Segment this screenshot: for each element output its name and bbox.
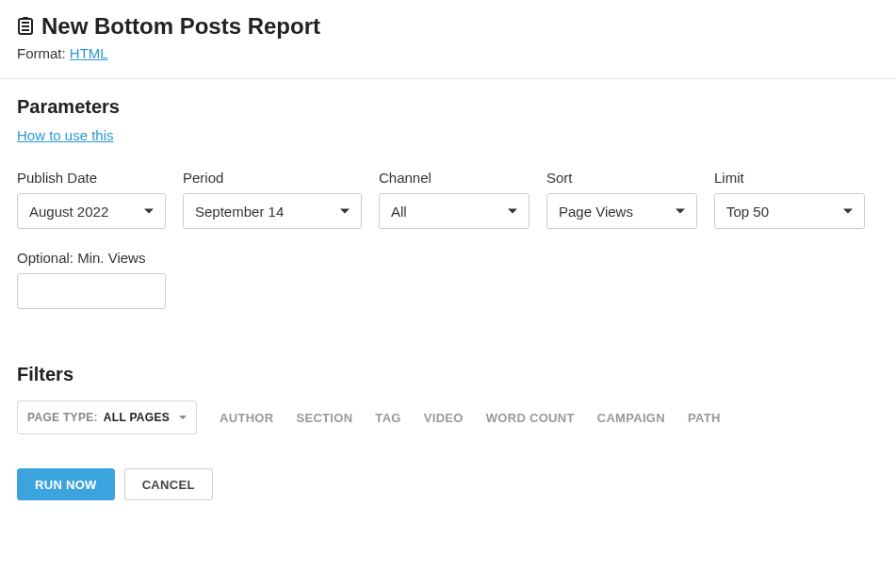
filters-heading: Filters [17, 364, 879, 385]
limit-value: Top 50 [726, 204, 769, 220]
parameters-section: Parameters How to use this Publish Date … [0, 79, 896, 347]
parameters-heading: Parameters [17, 96, 879, 118]
filter-tab-author[interactable]: AUTHOR [220, 411, 273, 425]
period-select[interactable]: September 14 [183, 193, 362, 229]
chevron-down-icon [676, 209, 685, 214]
page-type-label: PAGE TYPE: [27, 411, 98, 424]
filter-tab-video[interactable]: VIDEO [424, 411, 464, 425]
format-link[interactable]: HTML [70, 45, 108, 61]
channel-value: All [391, 204, 407, 220]
filter-tab-section[interactable]: SECTION [296, 411, 352, 425]
limit-label: Limit [714, 170, 865, 186]
sort-group: Sort Page Views [546, 170, 697, 229]
format-row: Format: HTML [17, 45, 879, 61]
filter-tab-word-count[interactable]: WORD COUNT [486, 411, 575, 425]
page-header: New Bottom Posts Report Format: HTML [0, 0, 896, 79]
filters-row: PAGE TYPE: ALL PAGES AUTHOR SECTION TAG … [17, 400, 879, 434]
min-views-group: Optional: Min. Views [17, 250, 166, 309]
chevron-down-icon [340, 209, 350, 214]
page-type-select[interactable]: PAGE TYPE: ALL PAGES [17, 400, 197, 434]
publish-date-value: August 2022 [29, 204, 108, 220]
filters-section: Filters PAGE TYPE: ALL PAGES AUTHOR SECT… [0, 347, 896, 451]
svg-rect-4 [23, 17, 28, 20]
publish-date-label: Publish Date [17, 170, 166, 186]
chevron-down-icon [843, 209, 853, 214]
chevron-down-icon [508, 209, 517, 214]
parameters-row-1: Publish Date August 2022 Period Septembe… [17, 170, 879, 229]
channel-select[interactable]: All [379, 193, 529, 229]
limit-group: Limit Top 50 [714, 170, 865, 229]
chevron-down-icon [179, 416, 187, 419]
publish-date-select[interactable]: August 2022 [17, 193, 166, 229]
format-label: Format: [17, 45, 66, 61]
filter-tab-tag[interactable]: TAG [375, 411, 400, 425]
how-to-use-link[interactable]: How to use this [17, 127, 114, 143]
title-row: New Bottom Posts Report [17, 13, 879, 40]
limit-select[interactable]: Top 50 [714, 193, 865, 229]
run-now-button[interactable]: RUN NOW [17, 468, 115, 500]
filter-tab-campaign[interactable]: CAMPAIGN [597, 411, 665, 425]
min-views-input[interactable] [17, 273, 166, 309]
period-value: September 14 [195, 204, 284, 220]
report-icon [17, 17, 34, 36]
page-title: New Bottom Posts Report [41, 13, 320, 40]
page-type-value: ALL PAGES [104, 411, 170, 424]
period-label: Period [183, 170, 362, 186]
filter-tab-path[interactable]: PATH [688, 411, 721, 425]
sort-label: Sort [546, 170, 697, 186]
sort-value: Page Views [559, 204, 633, 220]
channel-label: Channel [379, 170, 529, 186]
min-views-label: Optional: Min. Views [17, 250, 166, 266]
cancel-button[interactable]: CANCEL [124, 468, 213, 500]
parameters-row-2: Optional: Min. Views [17, 250, 879, 309]
actions-row: RUN NOW CANCEL [0, 451, 896, 517]
period-group: Period September 14 [183, 170, 362, 229]
publish-date-group: Publish Date August 2022 [17, 170, 166, 229]
channel-group: Channel All [379, 170, 529, 229]
chevron-down-icon [144, 209, 154, 214]
sort-select[interactable]: Page Views [546, 193, 697, 229]
